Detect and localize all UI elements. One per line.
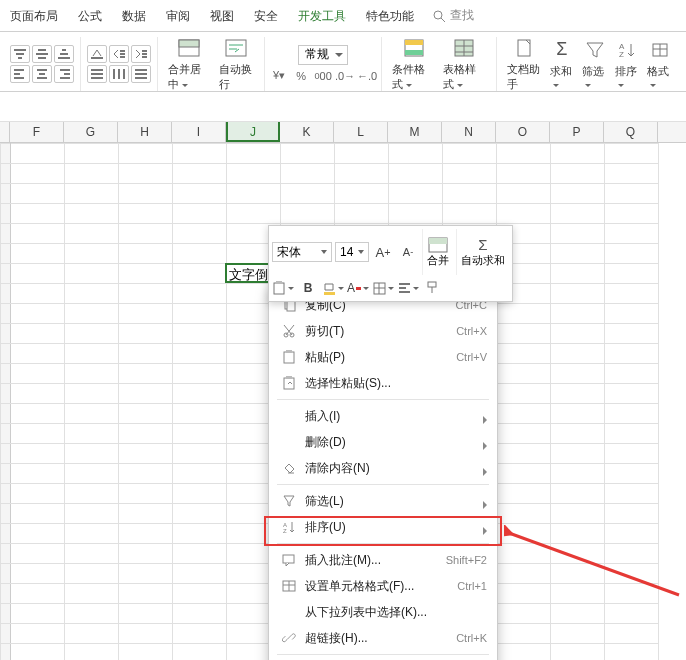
ribbon-tab[interactable]: 页面布局 <box>0 0 68 32</box>
menu-item[interactable]: AZ排序(U) <box>269 514 497 540</box>
cell[interactable] <box>605 604 659 624</box>
dist-v-icon[interactable] <box>131 65 151 83</box>
cell[interactable] <box>119 424 173 444</box>
menu-item[interactable]: 选择性粘贴(S)... <box>269 370 497 396</box>
cell[interactable] <box>605 344 659 364</box>
cell[interactable] <box>389 144 443 164</box>
font-dec-icon[interactable]: A- <box>397 242 419 262</box>
column-header[interactable]: O <box>496 122 550 142</box>
mini-bold-icon[interactable]: B <box>297 278 319 298</box>
column-header[interactable]: H <box>118 122 172 142</box>
cell[interactable] <box>119 264 173 284</box>
cell[interactable] <box>173 364 227 384</box>
cell[interactable] <box>551 444 605 464</box>
cell[interactable] <box>119 544 173 564</box>
cell[interactable] <box>605 564 659 584</box>
cell[interactable] <box>173 424 227 444</box>
cell[interactable] <box>443 164 497 184</box>
mini-font-combo[interactable]: 宋体 <box>272 242 332 262</box>
cell[interactable] <box>551 384 605 404</box>
cell[interactable] <box>11 644 65 661</box>
cell[interactable] <box>497 544 551 564</box>
cell[interactable] <box>65 244 119 264</box>
cell[interactable] <box>1 324 11 344</box>
cell[interactable] <box>1 404 11 424</box>
cell[interactable] <box>605 484 659 504</box>
cell[interactable] <box>497 304 551 324</box>
cell[interactable] <box>335 164 389 184</box>
cell[interactable] <box>605 584 659 604</box>
menu-item[interactable]: 设置单元格格式(F)...Ctrl+1 <box>269 573 497 599</box>
cell[interactable] <box>1 644 11 661</box>
cell[interactable] <box>119 164 173 184</box>
cell[interactable] <box>605 644 659 661</box>
mini-border-icon[interactable] <box>372 278 394 298</box>
column-header[interactable]: N <box>442 122 496 142</box>
cell[interactable] <box>173 604 227 624</box>
cell[interactable] <box>551 644 605 661</box>
valign-bot-icon[interactable] <box>54 45 74 63</box>
cell[interactable] <box>119 524 173 544</box>
cell[interactable] <box>605 304 659 324</box>
cell[interactable] <box>1 284 11 304</box>
column-header[interactable]: Q <box>604 122 658 142</box>
ribbon-tab[interactable]: 开发工具 <box>288 0 356 32</box>
sum-button[interactable]: Σ 求和 <box>546 38 579 91</box>
cell[interactable] <box>605 244 659 264</box>
cell[interactable] <box>605 624 659 644</box>
ribbon-tab[interactable]: 视图 <box>200 0 244 32</box>
cell[interactable] <box>173 204 227 224</box>
cell[interactable] <box>11 364 65 384</box>
cell[interactable] <box>227 164 281 184</box>
cell[interactable] <box>119 344 173 364</box>
menu-item[interactable]: 剪切(T)Ctrl+X <box>269 318 497 344</box>
cell[interactable] <box>1 264 11 284</box>
cell[interactable] <box>65 304 119 324</box>
column-header[interactable]: J <box>226 122 280 142</box>
cell[interactable] <box>11 284 65 304</box>
cell[interactable] <box>65 544 119 564</box>
cell[interactable] <box>1 564 11 584</box>
cell[interactable] <box>119 584 173 604</box>
cell[interactable] <box>119 464 173 484</box>
cell[interactable] <box>173 264 227 284</box>
cell[interactable] <box>551 284 605 304</box>
indent-dec-icon[interactable] <box>109 45 129 63</box>
cell[interactable] <box>551 584 605 604</box>
cell[interactable] <box>551 604 605 624</box>
cell[interactable] <box>551 544 605 564</box>
cell[interactable] <box>497 564 551 584</box>
cell[interactable] <box>119 304 173 324</box>
cell[interactable] <box>11 524 65 544</box>
cell[interactable] <box>605 164 659 184</box>
cell[interactable] <box>551 264 605 284</box>
percent-icon[interactable]: % <box>293 68 309 84</box>
cell[interactable] <box>1 304 11 324</box>
cell[interactable] <box>119 644 173 661</box>
menu-item[interactable]: 粘贴(P)Ctrl+V <box>269 344 497 370</box>
cell[interactable] <box>605 324 659 344</box>
cell[interactable] <box>11 184 65 204</box>
cell[interactable] <box>497 144 551 164</box>
doc-helper-button[interactable]: 文档助手 <box>503 36 546 92</box>
cell[interactable] <box>173 624 227 644</box>
mini-font-color-icon[interactable]: A <box>347 278 369 298</box>
cell[interactable] <box>65 604 119 624</box>
menu-item[interactable]: 插入批注(M)...Shift+F2 <box>269 547 497 573</box>
cell[interactable] <box>497 604 551 624</box>
cell[interactable] <box>173 404 227 424</box>
cell[interactable] <box>551 484 605 504</box>
cell[interactable] <box>551 464 605 484</box>
cell[interactable] <box>443 144 497 164</box>
cell[interactable] <box>65 324 119 344</box>
menu-item[interactable]: 从下拉列表中选择(K)... <box>269 599 497 625</box>
cell[interactable] <box>551 524 605 544</box>
cell[interactable] <box>65 404 119 424</box>
sort-button[interactable]: AZ 排序 <box>611 38 644 91</box>
cell[interactable] <box>389 164 443 184</box>
cell[interactable] <box>65 564 119 584</box>
cell[interactable] <box>119 484 173 504</box>
cell[interactable] <box>173 164 227 184</box>
cell[interactable] <box>173 144 227 164</box>
cell[interactable] <box>443 184 497 204</box>
